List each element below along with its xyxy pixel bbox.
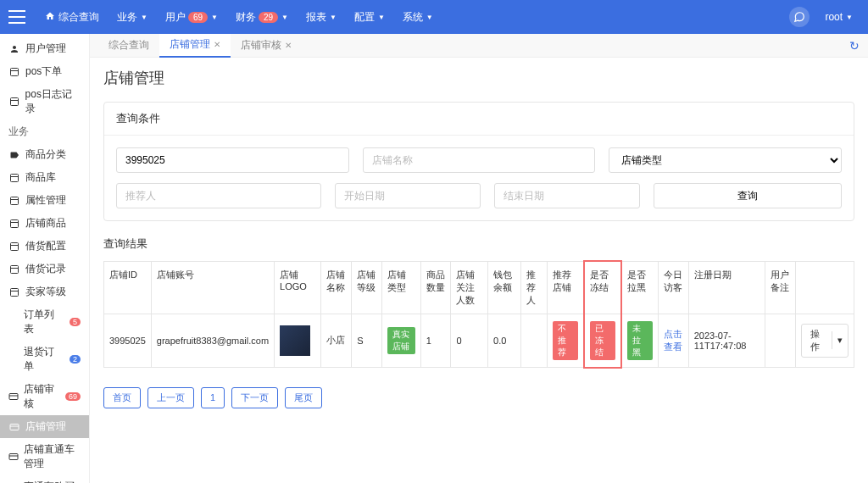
cell-level: S	[352, 314, 382, 368]
refresh-icon[interactable]: ↻	[849, 39, 860, 53]
sidebar-badge: 69	[65, 392, 81, 401]
cell-wallet: 0.0	[488, 314, 521, 368]
page-current[interactable]: 1	[201, 387, 225, 408]
top-menu-item[interactable]: 报表▼	[299, 0, 343, 34]
list-icon	[8, 66, 20, 78]
tab[interactable]: 店铺审核✕	[231, 34, 302, 57]
svg-rect-12	[11, 265, 19, 273]
page-first[interactable]: 首页	[103, 387, 141, 408]
user-menu[interactable]: root ▼	[818, 0, 860, 34]
start-date-input[interactable]	[335, 183, 481, 208]
cell-freeze: 已冻结	[584, 314, 621, 368]
table-header: 是否拉黑	[621, 261, 658, 314]
query-button[interactable]: 查询	[654, 183, 842, 208]
svg-rect-14	[11, 288, 19, 296]
svg-rect-6	[11, 197, 19, 204]
list-icon	[8, 286, 20, 298]
sidebar-label: 店铺管理	[25, 419, 66, 420]
caret-down-icon: ▼	[281, 14, 288, 21]
topbar: 综合查询业务▼用户69▼财务29▼报表▼配置▼系统▼ root ▼	[0, 0, 868, 34]
caret-down-icon: ▼	[330, 14, 337, 21]
shop-id-input[interactable]	[116, 147, 349, 173]
sidebar-label: 卖家等级	[25, 285, 66, 299]
close-icon[interactable]: ✕	[214, 40, 220, 49]
list-icon	[8, 96, 20, 108]
cell-recommender	[520, 314, 548, 368]
sidebar-item[interactable]: 用户管理	[0, 37, 89, 60]
sidebar-label: 借货记录	[25, 262, 66, 276]
sidebar-item[interactable]: 卖家等级	[0, 280, 89, 303]
sidebar-item[interactable]: 商品分类	[0, 143, 89, 166]
sidebar-item[interactable]: 借货记录	[0, 258, 89, 280]
menu-label: 综合查询	[58, 10, 99, 25]
page-next[interactable]: 下一页	[231, 387, 278, 408]
cell-name: 小店	[321, 314, 352, 368]
sidebar-label: 退货订单	[24, 345, 62, 374]
sidebar-label: pos日志记录	[25, 87, 81, 116]
cell-blacklist: 未拉黑	[621, 314, 658, 368]
table-header: 店铺类型	[381, 261, 420, 314]
tag-icon	[8, 149, 20, 161]
tab[interactable]: 店铺管理✕	[159, 33, 231, 58]
sidebar-item[interactable]: 店铺审核69	[0, 378, 89, 415]
page-prev[interactable]: 上一页	[147, 387, 194, 408]
svg-rect-2	[10, 98, 18, 106]
top-menu-item[interactable]: 综合查询	[38, 0, 106, 34]
sidebar-item[interactable]: pos下单	[0, 60, 89, 83]
visitor-link[interactable]: 点击查看	[664, 329, 682, 352]
cell-remarks	[765, 314, 796, 368]
close-icon[interactable]: ✕	[285, 41, 292, 50]
list-icon	[8, 195, 20, 207]
table-header: 推荐店铺	[548, 261, 584, 314]
main: 综合查询店铺管理✕店铺审核✕↻ 店铺管理 查询条件 店铺类型 查询 查询结果 店…	[90, 34, 868, 420]
top-menu-item[interactable]: 财务29▼	[229, 0, 295, 34]
menu-label: 配置	[354, 10, 375, 25]
cell-product-count: 1	[420, 314, 451, 368]
sidebar-label: 店铺商品	[25, 216, 66, 230]
shop-type-select[interactable]: 店铺类型	[609, 147, 842, 173]
shop-name-input[interactable]	[363, 147, 596, 173]
user-icon	[8, 43, 20, 55]
caret-down-icon: ▼	[846, 14, 853, 21]
sidebar-item[interactable]: 借货配置	[0, 235, 89, 258]
end-date-input[interactable]	[494, 183, 640, 208]
top-menu-item[interactable]: 用户69▼	[159, 0, 225, 34]
sidebar-label: 借货配置	[25, 239, 66, 253]
recommend-tag: 不推荐	[553, 321, 578, 360]
sidebar-item[interactable]: 退货订单2	[0, 341, 89, 378]
sidebar-item[interactable]: 属性管理	[0, 189, 89, 212]
sidebar-label: 商品分类	[25, 147, 66, 162]
table-header: 推荐人	[520, 261, 548, 314]
table-header: 用户备注	[765, 261, 796, 314]
top-menu-item[interactable]: 配置▼	[348, 0, 392, 34]
hamburger-icon[interactable]	[8, 8, 25, 25]
page-title: 店铺管理	[90, 58, 868, 95]
cell-id: 3995025	[104, 314, 152, 368]
recommender-input[interactable]	[116, 183, 321, 208]
blacklist-tag: 未拉黑	[627, 321, 653, 360]
sidebar-item[interactable]: 店铺商品	[0, 212, 89, 235]
top-menu-item[interactable]: 业务▼	[110, 0, 154, 34]
page-last[interactable]: 尾页	[285, 387, 322, 408]
tab-label: 综合查询	[108, 38, 149, 53]
tab-label: 店铺管理	[170, 37, 210, 52]
table-row: 3995025grapefruit8383@gmail.com小店S真实店铺10…	[104, 314, 854, 368]
svg-rect-10	[11, 242, 19, 250]
query-panel-header: 查询条件	[104, 103, 854, 136]
top-menu-item[interactable]: 系统▼	[396, 0, 440, 34]
sidebar-label: 店铺审核	[24, 382, 58, 411]
action-button[interactable]: 操作▾	[801, 324, 849, 358]
sidebar-item[interactable]: pos日志记录	[0, 83, 89, 120]
result-section: 查询结果 店铺ID店铺账号店铺LOGO店铺名称店铺等级店铺类型商品数量店铺关注人…	[103, 228, 854, 369]
sidebar-item[interactable]: 店铺管理	[0, 415, 89, 420]
sidebar-item[interactable]: 商品库	[0, 166, 89, 189]
action-label: 操作	[802, 325, 832, 357]
tab-label: 店铺审核	[241, 38, 281, 53]
chat-icon[interactable]	[789, 7, 810, 27]
cell-logo	[275, 314, 321, 368]
sidebar-item[interactable]: 订单列表5	[0, 303, 89, 341]
table-header: 今日访客	[658, 261, 688, 314]
table-header: 店铺账号	[151, 261, 274, 314]
result-title: 查询结果	[103, 228, 854, 260]
tab[interactable]: 综合查询	[98, 34, 159, 57]
